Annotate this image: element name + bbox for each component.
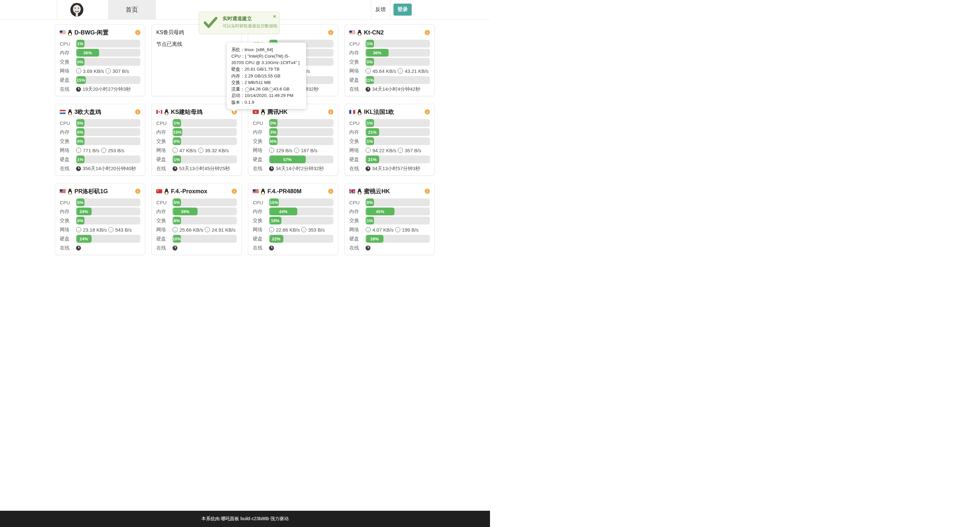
server-card-header: PR洛杉矶1G i [60, 187, 140, 195]
memory-percent: 36% [84, 50, 92, 55]
cpu-percent: 5% [174, 200, 180, 205]
disk-bar: 10% [173, 235, 237, 243]
stat-label: 在线 [60, 166, 76, 172]
memory-bar-fill: 21% [366, 128, 379, 136]
stat-label: 网络 [60, 147, 76, 153]
info-icon[interactable]: i [328, 189, 333, 194]
upload-arrow-icon: ↑ [108, 227, 113, 232]
memory-bar-fill: 45% [366, 208, 395, 216]
disk-bar-fill: 22% [269, 235, 283, 243]
clock-icon [76, 166, 81, 171]
info-icon[interactable]: i [425, 109, 430, 115]
stat-label: 硬盘 [349, 236, 366, 242]
disk-bar-fill: 10% [173, 235, 181, 243]
network-download: 23.18 KB/s [83, 227, 107, 233]
close-icon[interactable]: × [273, 14, 276, 19]
info-icon[interactable]: i [135, 109, 140, 115]
stat-label: CPU [349, 200, 366, 205]
swap-percent: 1% [367, 218, 373, 223]
memory-percent: 21% [368, 130, 377, 135]
stat-label: 内存 [349, 129, 366, 135]
country-flag-icon [253, 189, 259, 193]
swap-bar: 0% [76, 217, 140, 224]
swap-percent: N% [270, 139, 277, 144]
stat-label: 交换 [156, 138, 173, 144]
stat-row-network: 网络 ↓3.69 KB/s ↑307 B/s [60, 67, 140, 75]
clock-icon [366, 246, 371, 251]
stat-label: 网络 [60, 68, 76, 74]
tab-home[interactable]: 首页 [108, 0, 156, 19]
swap-percent: 8% [174, 218, 180, 223]
stat-label: 内存 [60, 129, 76, 135]
info-icon[interactable]: i [328, 109, 333, 115]
network-download: 47 KB/s [179, 148, 197, 153]
swap-bar-fill: 0% [76, 137, 84, 145]
upload-arrow-icon: ↑ [398, 148, 403, 153]
info-icon[interactable]: i [425, 189, 430, 194]
server-card: 蜜桃云HK i CPU 0% 内存 45% 交换 1% 网络 ↓4.07 KB/… [344, 183, 435, 255]
stat-row-online: 在线 [156, 244, 237, 252]
info-icon[interactable]: i [425, 30, 430, 35]
stat-row-online: 在线 34天13小时57分钟3秒 [349, 164, 430, 172]
tooltip-label: 启动： [231, 93, 245, 98]
server-card-header: 腾讯HK i [253, 108, 333, 116]
network-upload: 24.91 KB/s [212, 227, 235, 233]
stat-label: 交换 [253, 138, 269, 144]
info-icon[interactable]: i [135, 30, 140, 35]
swap-percent: 0% [77, 139, 84, 144]
network-values: ↓129 B/s ↑187 B/s [269, 148, 333, 153]
stat-row-memory: 内存 45% [349, 208, 430, 216]
swap-bar-fill: 1% [366, 137, 374, 145]
swap-bar-fill: 0% [76, 58, 84, 66]
download-arrow-icon: ↓ [269, 148, 274, 153]
stat-label: 交换 [156, 218, 173, 224]
toast-message: 可以实时获取最新监控数据啦 [223, 23, 277, 29]
stat-label: 在线 [60, 245, 76, 251]
stat-label: 网络 [253, 147, 269, 153]
stat-label: 硬盘 [60, 157, 76, 163]
tooltip-traffic-down: 84.26 GB [250, 86, 268, 91]
stat-row-memory: 内存 15% [156, 128, 237, 136]
stat-row-memory: 内存 44% [253, 208, 333, 216]
cpu-bar-fill: 15% [269, 198, 279, 206]
network-values: ↓25.66 KB/s ↑24.91 KB/s [173, 227, 237, 233]
network-values: ↓47 KB/s ↑39.32 KB/s [173, 148, 237, 153]
linux-tux-icon [164, 188, 169, 195]
online-value: 356天14小时20分钟40秒 [76, 166, 140, 172]
divider [57, 0, 57, 19]
server-stats: CPU 1% 内存 36% 交换 0% 网络 ↓3.69 KB/s ↑307 B… [60, 40, 140, 93]
network-values: ↓4.07 KB/s ↑199 B/s [366, 227, 430, 233]
swap-bar: N% [269, 137, 333, 145]
network-values: ↓45.64 KB/s ↑43.21 KB/s [366, 68, 430, 74]
memory-bar: 44% [269, 208, 333, 216]
login-button[interactable]: 登录 [393, 3, 412, 16]
network-download: 45.64 KB/s [372, 68, 396, 74]
disk-percent: 10% [173, 236, 181, 241]
online-duration: 19天20小时27分钟3秒 [83, 86, 130, 93]
stat-label: 网络 [253, 227, 269, 233]
network-values: ↓3.69 KB/s ↑307 B/s [76, 68, 140, 74]
clock-icon [76, 87, 81, 92]
online-value: 34天13小时57分钟3秒 [366, 166, 430, 172]
stat-row-cpu: CPU 1% [156, 119, 237, 127]
info-icon[interactable]: i [328, 30, 333, 35]
tooltip-label: 硬盘： [231, 67, 245, 72]
country-flag-icon [60, 30, 66, 35]
disk-bar-fill: 21% [366, 155, 379, 163]
online-duration: 34天14小时2分钟32秒 [275, 166, 324, 172]
info-icon[interactable]: i [135, 189, 140, 194]
country-flag-icon [60, 189, 66, 193]
site-logo[interactable] [70, 2, 84, 17]
network-download: 4.07 KB/s [372, 227, 393, 233]
stat-label: CPU [253, 120, 269, 126]
download-arrow-icon: ↓ [173, 148, 178, 153]
memory-percent: 6% [77, 130, 84, 135]
server-name: Kt-CN2 [364, 29, 423, 36]
online-duration: 34天14小时4分钟42秒 [372, 86, 420, 93]
info-icon[interactable]: i [232, 189, 237, 194]
upload-arrow-icon: ↑ [301, 227, 306, 232]
stat-label: 硬盘 [156, 157, 173, 163]
feedback-link[interactable]: 反馈 [371, 0, 390, 19]
linux-tux-icon [357, 109, 362, 115]
download-arrow-icon: ↓ [76, 227, 81, 232]
